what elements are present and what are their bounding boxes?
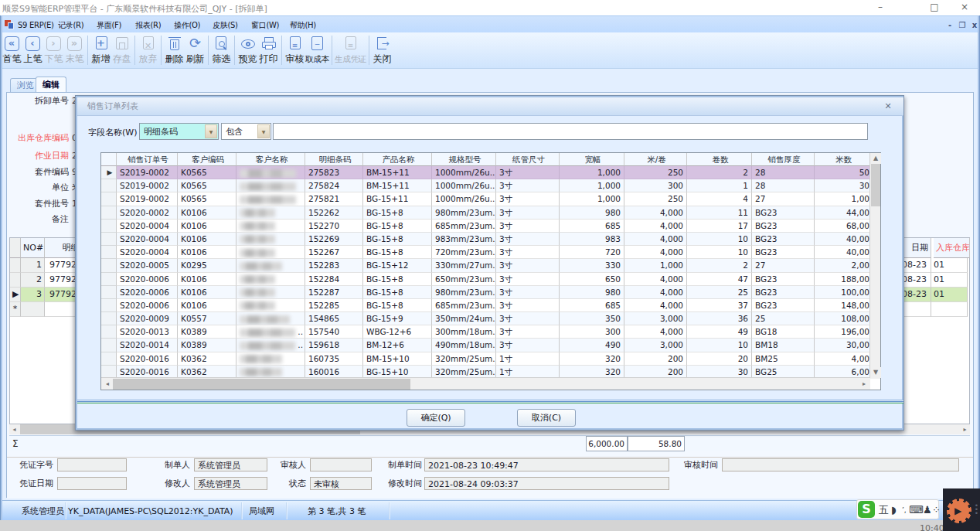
dialog-cell[interactable]: 3寸 bbox=[496, 179, 560, 192]
dialog-cell[interactable]: 300mm/18um... bbox=[432, 325, 496, 339]
menu-item-1[interactable]: 记录(R) bbox=[58, 20, 83, 31]
vscroll-down-arrow[interactable]: ▼ bbox=[870, 367, 881, 378]
dialog-cell[interactable]: 4,00 bbox=[815, 352, 871, 366]
dialog-cell[interactable]: 4,000 bbox=[624, 206, 687, 220]
toolbar-button-上笔[interactable]: ‹上笔 bbox=[22, 32, 43, 68]
dialog-cell[interactable]: 3寸 bbox=[496, 220, 560, 233]
dialog-cell[interactable] bbox=[236, 192, 305, 206]
dialog-cell[interactable]: 28 bbox=[752, 179, 815, 192]
dialog-cell[interactable]: K0106 bbox=[178, 233, 236, 246]
dialog-cell[interactable]: 44,00 bbox=[815, 206, 871, 220]
dialog-cell[interactable] bbox=[236, 259, 305, 272]
dialog-cell[interactable]: 1寸 bbox=[496, 352, 560, 366]
dialog-cell[interactable]: 1,000 bbox=[560, 192, 624, 206]
dialog-cell[interactable]: BM-12+6 bbox=[363, 339, 432, 352]
dialog-cell[interactable] bbox=[236, 206, 305, 220]
dialog-cell[interactable]: K0565 bbox=[178, 166, 236, 179]
dialog-cell[interactable]: 2,00 bbox=[815, 259, 871, 272]
dialog-col-header-2[interactable]: 客户名称 bbox=[236, 153, 305, 166]
dialog-cell[interactable]: 188,00 bbox=[815, 273, 871, 286]
dialog-cell[interactable]: 4,000 bbox=[624, 286, 687, 299]
dialog-cell[interactable]: BM25 bbox=[752, 352, 815, 366]
toolbar-button-关闭[interactable]: →关闭 bbox=[372, 32, 393, 68]
dialog-cell[interactable]: 152285 bbox=[305, 299, 363, 312]
dialog-cell[interactable]: 49 bbox=[687, 325, 752, 339]
dialog-cell[interactable]: S2020-0004 bbox=[117, 233, 178, 246]
sogou-mode-icon[interactable]: 五 bbox=[879, 503, 889, 517]
dlg-hscroll-left-arrow[interactable]: ◂ bbox=[102, 379, 113, 390]
dialog-cell[interactable]: 3寸 bbox=[496, 339, 560, 352]
toolbar-button-首笔[interactable]: «首笔 bbox=[2, 32, 22, 68]
dialog-cell[interactable]: K0565 bbox=[178, 179, 236, 192]
dialog-cell[interactable]: BG23 bbox=[752, 233, 815, 246]
dialog-table-vscrollbar[interactable]: ▲ ▼ bbox=[869, 153, 880, 379]
dialog-cell[interactable]: 50 bbox=[815, 166, 871, 179]
menu-item-7[interactable]: 帮助(H) bbox=[290, 20, 316, 31]
dialog-cell[interactable]: BG23 bbox=[752, 220, 815, 233]
dialog-cell[interactable]: 47 bbox=[687, 273, 752, 286]
dialog-cell[interactable]: 2 bbox=[687, 166, 752, 179]
dialog-cell[interactable]: 30,00 bbox=[815, 339, 871, 352]
dialog-close-icon[interactable]: ✕ bbox=[882, 100, 894, 113]
dialog-cell[interactable]: S2020-0004 bbox=[117, 220, 178, 233]
mdi-restore-button[interactable]: ❐ bbox=[957, 20, 968, 31]
dialog-cell[interactable]: BM-15+11 bbox=[363, 166, 432, 179]
dialog-cell[interactable]: 320 bbox=[560, 352, 624, 366]
menu-item-4[interactable]: 操作(O) bbox=[174, 20, 200, 31]
dialog-cell[interactable]: 330 bbox=[560, 259, 624, 272]
dialog-cell[interactable]: BG-15+8 bbox=[363, 206, 432, 220]
sogou-halfmoon-icon[interactable]: ◗ bbox=[891, 503, 897, 517]
dialog-cell[interactable]: BG23 bbox=[752, 206, 815, 220]
toolbar-button-打印[interactable]: 打印 bbox=[258, 32, 279, 68]
dialog-cell[interactable]: 152284 bbox=[305, 273, 363, 286]
sogou-logo-icon[interactable]: S bbox=[858, 501, 875, 518]
dialog-cell[interactable]: 4,000 bbox=[624, 273, 687, 286]
dialog-cell[interactable]: 350 bbox=[560, 312, 624, 325]
dialog-col-header-4[interactable]: 产品名称 bbox=[363, 153, 432, 166]
dialog-cell[interactable]: 25 bbox=[687, 286, 752, 299]
dialog-cell[interactable]: 37 bbox=[687, 299, 752, 312]
dialog-cell[interactable]: 1,00 bbox=[815, 192, 871, 206]
dialog-cell[interactable]: 980mm/23um... bbox=[432, 206, 496, 220]
dialog-cell[interactable]: 4 bbox=[687, 192, 752, 206]
tab-edit[interactable]: 编辑 bbox=[36, 77, 66, 92]
dialog-cell[interactable]: 980 bbox=[560, 206, 624, 220]
dialog-cell[interactable]: 68,00 bbox=[815, 220, 871, 233]
dialog-cell[interactable]: S2019-0002 bbox=[117, 192, 178, 206]
dialog-cell[interactable]: 3寸 bbox=[496, 206, 560, 220]
dialog-cell[interactable]: K0557 bbox=[178, 312, 236, 325]
dialog-titlebar[interactable]: 销售订单列表 bbox=[77, 97, 903, 116]
dialog-cell[interactable]: 3寸 bbox=[496, 246, 560, 259]
dialog-cell[interactable]: 152283 bbox=[305, 259, 363, 272]
dialog-cell[interactable]: 650 bbox=[560, 273, 624, 286]
vscroll-thumb[interactable] bbox=[871, 164, 880, 206]
dialog-cell[interactable]: 1 bbox=[687, 179, 752, 192]
toolbar-button-筛选[interactable]: 筛选 bbox=[211, 32, 232, 68]
dialog-cell[interactable]: BM18 bbox=[752, 339, 815, 352]
toolbar-button-取成本[interactable]: −+取成本 bbox=[305, 32, 329, 68]
dialog-cell[interactable]: 300 bbox=[560, 325, 624, 339]
dialog-cell[interactable]: 490 bbox=[560, 339, 624, 352]
dialog-cell[interactable] bbox=[236, 166, 305, 179]
menu-item-0[interactable]: S9 ERP(E) bbox=[18, 20, 54, 31]
dialog-cell[interactable]: 108,00 bbox=[815, 312, 871, 325]
dialog-cell[interactable]: 3寸 bbox=[496, 273, 560, 286]
window-maximize-button[interactable]: □ bbox=[921, 0, 948, 15]
menu-item-6[interactable]: 窗口(W) bbox=[251, 20, 279, 31]
dialog-cell[interactable]: 3寸 bbox=[496, 312, 560, 325]
dialog-cell[interactable]: 685mm/23um... bbox=[432, 299, 496, 312]
dialog-cell[interactable]: .. bbox=[236, 325, 305, 339]
dialog-cell[interactable]: 350mm/24um... bbox=[432, 312, 496, 325]
dialog-cell[interactable]: 152267 bbox=[305, 246, 363, 259]
dialog-col-header-6[interactable]: 纸管尺寸 bbox=[496, 153, 560, 166]
dialog-cell[interactable]: 3,000 bbox=[624, 339, 687, 352]
dialog-cell[interactable]: 983 bbox=[560, 233, 624, 246]
dialog-cell[interactable]: BG-15+8 bbox=[363, 233, 432, 246]
dialog-cell[interactable]: 152269 bbox=[305, 233, 363, 246]
menu-item-2[interactable]: 界面(F) bbox=[97, 20, 121, 31]
window-minimize-button[interactable]: – bbox=[867, 0, 893, 15]
dialog-cell[interactable] bbox=[236, 352, 305, 366]
dialog-cell[interactable]: .. bbox=[236, 339, 305, 352]
dialog-cell[interactable]: 152262 bbox=[305, 206, 363, 220]
toolbar-button-刷新[interactable]: ⟳刷新 bbox=[185, 32, 206, 68]
